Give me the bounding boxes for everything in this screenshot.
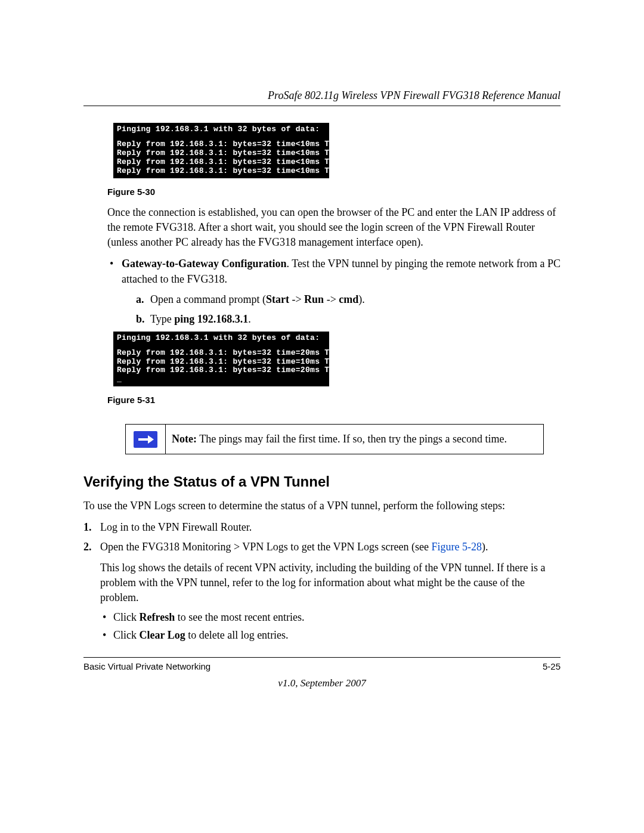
step-a: Open a command prompt (Start -> Run -> c…: [136, 292, 561, 307]
header-rule: [83, 106, 561, 106]
page-header-title: ProSafe 802.11g Wireless VPN Firewall FV…: [83, 89, 561, 102]
sub-clearlog-bold: Clear Log: [140, 629, 185, 641]
section-intro: To use the VPN Logs screen to determine …: [83, 498, 561, 513]
footer-version: v1.0, September 2007: [83, 677, 561, 689]
step-a-start: Start: [266, 293, 289, 305]
bullet-gateway: Gateway-to-Gateway Configuration. Test t…: [107, 256, 561, 326]
terminal-output-1: Pinging 192.168.3.1 with 32 bytes of dat…: [113, 123, 329, 178]
terminal-line: Reply from 192.168.3.1: bytes=32 time=10…: [117, 357, 358, 366]
step-b-ping: ping 192.168.3.1: [174, 313, 248, 325]
footer-rule: [83, 657, 561, 658]
step-a-sep2: ->: [324, 293, 339, 305]
note-bold: Note:: [172, 433, 197, 445]
step-a-cmd: cmd: [339, 293, 358, 305]
note-text: Note: The pings may fail the first time.…: [166, 425, 513, 454]
terminal-line: Reply from 192.168.3.1: bytes=32 time<10…: [117, 148, 358, 157]
step-2-description: This log shows the details of recent VPN…: [100, 561, 561, 606]
sub-clearlog: Click Clear Log to delete all log entrie…: [100, 628, 561, 643]
terminal-line: Pinging 192.168.3.1 with 32 bytes of dat…: [117, 125, 320, 134]
sub-refresh-post: to see the most recent entries.: [175, 611, 304, 623]
paragraph-established: Once the connection is established, you …: [107, 205, 561, 250]
step-a-sep1: ->: [289, 293, 304, 305]
figure-label-31: Figure 5-31: [107, 395, 561, 405]
step-a-pre: Open a command prompt (: [150, 293, 266, 305]
footer-chapter: Basic Virtual Private Networking: [83, 661, 210, 671]
sub-refresh-pre: Click: [113, 611, 140, 623]
step-1: Log in to the VPN Firewall Router.: [83, 520, 561, 535]
bullet-gateway-bold: Gateway-to-Gateway Configuration: [122, 258, 286, 270]
step-b-pre: Type: [150, 313, 174, 325]
step-a-post: ).: [358, 293, 365, 305]
note-icon-cell: [126, 425, 166, 454]
terminal-line: Reply from 192.168.3.1: bytes=32 time=20…: [117, 348, 358, 357]
step-b-post: .: [248, 313, 251, 325]
figure-label-30: Figure 5-30: [107, 187, 561, 197]
step-2: Open the FVG318 Monitoring > VPN Logs to…: [83, 540, 561, 643]
arrow-right-icon: [134, 431, 157, 448]
sub-refresh-bold: Refresh: [140, 611, 175, 623]
figure-link-5-28[interactable]: Figure 5-28: [431, 541, 482, 553]
step-a-run: Run: [304, 293, 324, 305]
terminal-line: Reply from 192.168.3.1: bytes=32 time<10…: [117, 140, 358, 148]
terminal-output-2: Pinging 192.168.3.1 with 32 bytes of dat…: [113, 332, 329, 387]
section-heading-verify-vpn: Verifying the Status of a VPN Tunnel: [83, 473, 561, 490]
terminal-line: Reply from 192.168.3.1: bytes=32 time<10…: [117, 166, 358, 175]
step-b: Type ping 192.168.3.1.: [136, 311, 561, 327]
note-box: Note: The pings may fail the first time.…: [125, 424, 544, 454]
step-2-pre: Open the FVG318 Monitoring > VPN Logs to…: [100, 541, 431, 553]
step-2-post: ).: [482, 541, 488, 553]
terminal-line: Reply from 192.168.3.1: bytes=32 time<10…: [117, 157, 358, 166]
footer-page-number: 5-25: [543, 661, 561, 671]
sub-clearlog-post: to delete all log entries.: [185, 629, 289, 641]
sub-clearlog-pre: Click: [113, 629, 140, 641]
sub-refresh: Click Refresh to see the most recent ent…: [100, 610, 561, 625]
terminal-line: Reply from 192.168.3.1: bytes=32 time=20…: [117, 366, 358, 374]
terminal-line: Pinging 192.168.3.1 with 32 bytes of dat…: [117, 333, 320, 342]
note-body: The pings may fail the first time. If so…: [197, 433, 507, 445]
